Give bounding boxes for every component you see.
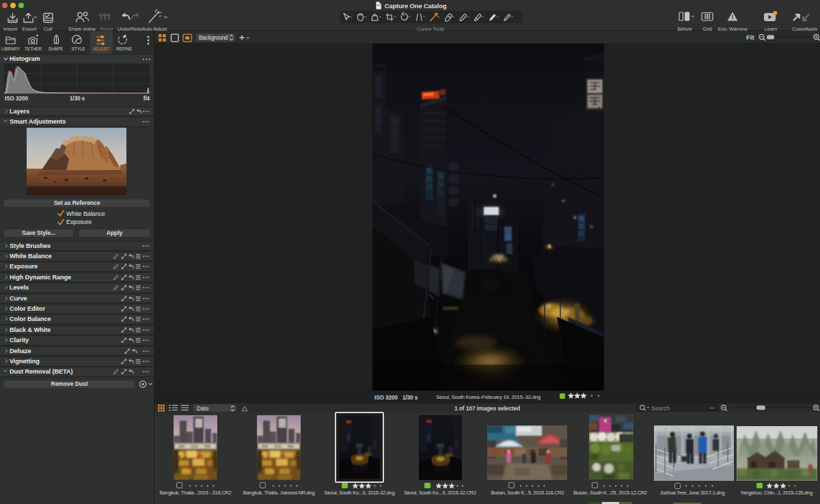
svg-text:!: ! (732, 14, 734, 20)
